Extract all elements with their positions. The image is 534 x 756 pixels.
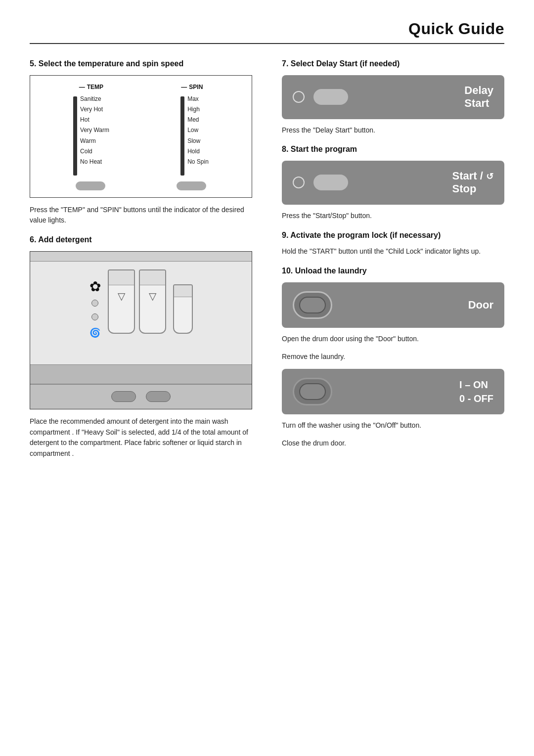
spin-item-1: High bbox=[187, 105, 209, 114]
onoff-description-2: Close the drum door. bbox=[282, 438, 504, 449]
door-description-1: Open the drum door using the "Door" butt… bbox=[282, 334, 504, 345]
spin-item-4: Slow bbox=[187, 136, 209, 146]
spin-button[interactable] bbox=[177, 181, 206, 190]
section-5-text: Press the "TEMP" and "SPIN" buttons unti… bbox=[30, 205, 252, 226]
small-dot bbox=[91, 300, 98, 307]
onoff-panel: I – ON 0 - OFF bbox=[282, 369, 504, 414]
temp-item-5: Cold bbox=[80, 147, 109, 156]
temp-item-4: Warm bbox=[80, 136, 109, 146]
spin-items: Max High Med Low Slow Hold No Spin bbox=[187, 94, 209, 167]
refresh-icon: ↺ bbox=[486, 172, 493, 181]
spiral-icon: 🌀 bbox=[89, 327, 100, 338]
mid-bar bbox=[30, 364, 252, 384]
flower-icon: ✿ bbox=[89, 278, 101, 295]
section-5: 5. Select the temperature and spin speed… bbox=[30, 59, 252, 226]
spin-item-5: Hold bbox=[187, 147, 209, 156]
section-5-heading: 5. Select the temperature and spin speed bbox=[30, 59, 252, 69]
section-8-heading: 8. Start the program bbox=[282, 144, 504, 155]
section-6-text: Place the recommended amount of detergen… bbox=[30, 416, 252, 459]
detergent-inner: ✿ 🌀 ▽ bbox=[30, 252, 252, 409]
ts-columns: Sanitize Very Hot Hot Very Warm Warm Col… bbox=[40, 94, 242, 176]
bottom-knob-left[interactable] bbox=[111, 391, 136, 402]
page-title: Quick Guide bbox=[30, 20, 504, 38]
delay-start-oval[interactable] bbox=[313, 89, 348, 105]
delay-start-label: Delay Start bbox=[464, 84, 493, 110]
temp-bar bbox=[73, 96, 77, 176]
onoff-oval-outer[interactable] bbox=[293, 378, 332, 405]
section-7-text: Press the "Delay Start" button. bbox=[282, 125, 504, 136]
left-accessories: ✿ 🌀 bbox=[89, 273, 101, 338]
page-container: Quick Guide 5. Select the temperature an… bbox=[0, 0, 534, 756]
startstop-indicator bbox=[293, 177, 305, 188]
section-9-heading: 9. Activate the program lock (if necessa… bbox=[282, 230, 504, 241]
temp-items: Sanitize Very Hot Hot Very Warm Warm Col… bbox=[80, 94, 109, 167]
compartment-top-2 bbox=[140, 270, 165, 285]
spin-item-6: No Spin bbox=[187, 157, 209, 167]
section-6: 6. Add detergent ✿ 🌀 bbox=[30, 235, 252, 459]
temp-item-0: Sanitize bbox=[80, 94, 109, 104]
compartment-softener bbox=[173, 284, 193, 334]
section-10-heading: 10. Unload the laundry bbox=[282, 266, 504, 276]
right-column: 7. Select Delay Start (if needed) Delay … bbox=[277, 59, 504, 468]
compartment-group: ▽ ▽ bbox=[108, 269, 166, 334]
spin-bar bbox=[180, 96, 184, 176]
title-divider bbox=[30, 43, 504, 44]
small-dot-2 bbox=[91, 313, 98, 320]
spin-item-2: Med bbox=[187, 115, 209, 125]
section-7: 7. Select Delay Start (if needed) Delay … bbox=[282, 59, 504, 135]
ts-btn-row bbox=[40, 181, 242, 190]
door-oval-inner bbox=[299, 297, 326, 313]
temp-item-2: Hot bbox=[80, 115, 109, 125]
bottom-knob-right[interactable] bbox=[146, 391, 171, 402]
detergent-diagram: ✿ 🌀 ▽ bbox=[30, 251, 252, 409]
door-description-2: Remove the laundry. bbox=[282, 352, 504, 362]
section-9-text: Hold the "START" button until the "Child… bbox=[282, 246, 504, 257]
startstop-panel: Start / ↺ Stop bbox=[282, 161, 504, 205]
section-8-text: Press the "Start/Stop" button. bbox=[282, 211, 504, 222]
small-comp-top bbox=[174, 285, 192, 297]
temp-item-1: Very Hot bbox=[80, 105, 109, 114]
compartment-prewash: ▽ bbox=[139, 269, 166, 334]
drawer-top bbox=[30, 252, 252, 262]
drawer-body: ✿ 🌀 ▽ bbox=[30, 262, 252, 360]
section-10: 10. Unload the laundry Door Open the dru… bbox=[282, 266, 504, 449]
temp-button[interactable] bbox=[76, 181, 105, 190]
onoff-label: I – ON 0 - OFF bbox=[459, 378, 493, 405]
startstop-oval[interactable] bbox=[313, 175, 348, 190]
door-panel: Door bbox=[282, 282, 504, 328]
onoff-description-1: Turn off the washer using the "On/Off" b… bbox=[282, 420, 504, 431]
spin-label: SPIN bbox=[181, 84, 203, 90]
temp-spin-diagram: TEMP SPIN Sanitize bbox=[30, 75, 252, 198]
drawer-bottom-bar bbox=[30, 384, 252, 409]
temp-item-3: Very Warm bbox=[80, 126, 109, 135]
door-label: Door bbox=[468, 299, 493, 311]
section-7-heading: 7. Select Delay Start (if needed) bbox=[282, 59, 504, 69]
temp-col: Sanitize Very Hot Hot Very Warm Warm Col… bbox=[73, 94, 109, 176]
spin-item-0: Max bbox=[187, 94, 209, 104]
left-column: 5. Select the temperature and spin speed… bbox=[30, 59, 257, 468]
onoff-oval-inner bbox=[299, 383, 326, 400]
compartment-top-1 bbox=[109, 270, 134, 285]
section-6-heading: 6. Add detergent bbox=[30, 235, 252, 245]
section-9: 9. Activate the program lock (if necessa… bbox=[282, 230, 504, 257]
temp-label: TEMP bbox=[79, 84, 103, 90]
delay-start-panel: Delay Start bbox=[282, 75, 504, 119]
compartment-main: ▽ bbox=[108, 269, 135, 334]
section-8: 8. Start the program Start / ↺ Stop bbox=[282, 144, 504, 221]
ts-labels: TEMP SPIN bbox=[40, 84, 242, 90]
delay-start-indicator bbox=[293, 91, 305, 103]
spin-item-3: Low bbox=[187, 126, 209, 135]
arrow-down-2: ▽ bbox=[149, 290, 156, 302]
temp-item-6: No Heat bbox=[80, 157, 109, 167]
main-layout: 5. Select the temperature and spin speed… bbox=[30, 59, 504, 468]
arrow-down-1: ▽ bbox=[118, 290, 125, 302]
spin-col: Max High Med Low Slow Hold No Spin bbox=[180, 94, 209, 176]
door-oval-outer[interactable] bbox=[293, 291, 332, 319]
small-comp-wrapper bbox=[173, 284, 193, 334]
startstop-label: Start / ↺ Stop bbox=[452, 170, 493, 196]
